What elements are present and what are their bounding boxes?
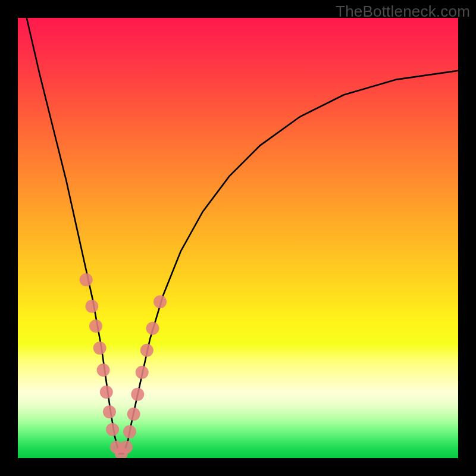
bottleneck-curve xyxy=(27,18,458,454)
marker-dot xyxy=(140,344,154,357)
marker-dot xyxy=(89,320,102,333)
marker-dot xyxy=(120,441,133,454)
marker-group xyxy=(80,273,167,458)
marker-dot xyxy=(103,405,116,418)
marker-dot xyxy=(93,342,107,355)
marker-dot xyxy=(80,273,93,286)
marker-dot xyxy=(85,300,98,313)
marker-dot xyxy=(136,366,149,379)
outer-frame: TheBottleneck.com xyxy=(0,0,476,476)
curve-layer xyxy=(18,18,458,458)
marker-dot xyxy=(100,386,113,399)
marker-dot xyxy=(106,423,119,436)
marker-dot xyxy=(97,364,110,377)
marker-dot xyxy=(154,295,167,308)
marker-dot xyxy=(123,425,136,439)
watermark-text: TheBottleneck.com xyxy=(336,2,470,21)
plot-area xyxy=(18,18,458,458)
curve-path xyxy=(27,18,458,454)
marker-dot xyxy=(127,408,140,421)
marker-dot xyxy=(131,388,144,401)
marker-dot xyxy=(146,322,159,335)
